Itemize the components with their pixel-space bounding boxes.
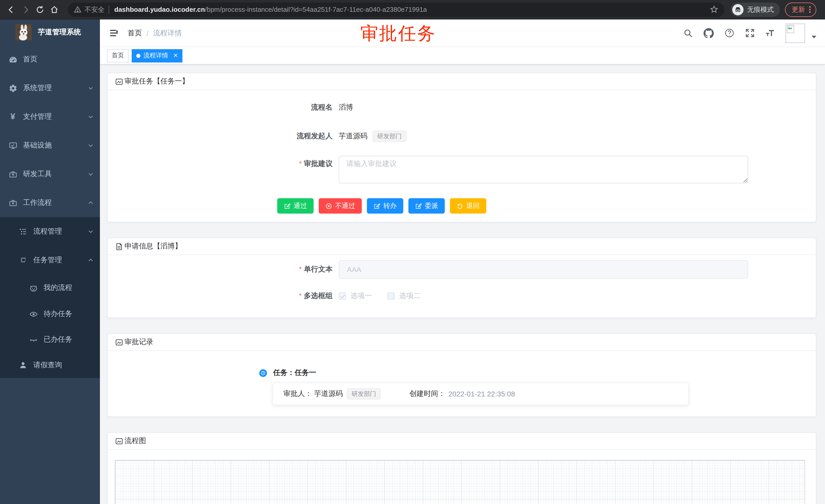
task-label: 任务：任务一 [273, 368, 316, 377]
edit-icon [284, 202, 291, 209]
sidebar-item-workflow[interactable]: 工作流程 [0, 188, 100, 217]
browser-menu-icon[interactable] [809, 6, 811, 13]
sidebar-item-label: 研发工具 [23, 170, 88, 179]
application-info-card: 申请信息【滔博】 单行文本 AAA 多选框组 选项一 [107, 238, 816, 318]
face-icon [29, 283, 38, 292]
tag-label: 首页 [112, 51, 124, 60]
incognito-icon [732, 4, 744, 15]
update-button[interactable]: 更新 [785, 2, 816, 17]
navbar: 首页 / 流程详情 [100, 19, 825, 47]
sidebar-item-label: 首页 [23, 55, 94, 64]
sidebar-item-devtools[interactable]: 研发工具 [0, 160, 100, 188]
sidebar-item-home[interactable]: 首页 [0, 45, 100, 74]
advice-textarea[interactable] [339, 156, 748, 183]
chevron-up-icon [88, 257, 94, 263]
sidebar-item-task-mgmt[interactable]: 任务管理 [0, 246, 100, 274]
incognito-label: 无痕模式 [747, 5, 774, 14]
circle-x-icon [325, 202, 332, 209]
sidebar-item-pay[interactable]: ¥ 支付管理 [0, 102, 100, 131]
reload-icon[interactable] [33, 2, 47, 17]
checkbox-option-2: 选项二 [387, 291, 421, 301]
sidebar-item-leave-query[interactable]: 请假查询 [0, 352, 100, 378]
security-label[interactable]: 不安全 [85, 5, 104, 14]
sidebar-item-my-process[interactable]: 我的流程 [0, 274, 100, 301]
checkbox-unchecked-icon [387, 292, 394, 300]
sidebar-item-label: 基础设施 [23, 141, 88, 150]
branch-tree-icon [18, 256, 28, 265]
bpmn-canvas[interactable] [115, 460, 805, 504]
sidebar-item-label: 我的流程 [44, 283, 94, 292]
initiator-value: 芋道源码 [339, 132, 367, 141]
app-title: 芋道管理系统 [38, 28, 81, 37]
chevron-down-icon [88, 171, 94, 177]
approval-task-card: 审批任务【任务一】 流程名 滔博 流程发起人 芋道源码 研发部门 [107, 73, 816, 222]
transfer-button[interactable]: 转办 [367, 198, 403, 214]
back-icon[interactable] [4, 2, 18, 17]
sidebar-logo[interactable]: 芋道管理系统 [0, 19, 100, 45]
bookmark-star-icon[interactable] [710, 5, 719, 14]
screen: 不安全 dashboard.yudao.iocoder.cn /bpm/proc… [0, 0, 825, 504]
search-icon[interactable] [683, 28, 693, 38]
record-detail-box: 审批人： 芋道源码 研发部门 创建时间： 2022-01-21 22:35:08 [273, 383, 689, 405]
card-title: 审批记录 [125, 338, 153, 347]
created-label: 创建时间： [409, 389, 445, 399]
sidebar-item-process-mgmt[interactable]: 流程管理 [0, 217, 100, 246]
sidebar-item-label: 工作流程 [23, 198, 88, 207]
eye-closed-icon [29, 335, 38, 344]
sidebar-item-label: 系统管理 [23, 83, 88, 93]
update-label[interactable]: 更新 [792, 5, 805, 14]
font-size-icon[interactable] [765, 28, 775, 38]
created-time: 2022-01-21 22:35:08 [448, 390, 515, 398]
help-icon[interactable] [724, 28, 734, 38]
timeline-item: 任务：任务一 [107, 368, 816, 377]
workflow-submenu: 流程管理 任务管理 [0, 217, 100, 378]
chevron-down-icon [88, 142, 94, 149]
github-icon[interactable] [703, 28, 714, 38]
process-name-row: 流程名 滔博 [107, 97, 816, 118]
monitor-check-icon [8, 141, 17, 150]
avatar-caret-icon[interactable] [811, 34, 817, 39]
address-bar[interactable]: 不安全 dashboard.yudao.iocoder.cn /bpm/proc… [68, 2, 725, 17]
logo-rabbit-image [15, 24, 32, 40]
page-content: 审批任务【任务一】 流程名 滔博 流程发起人 芋道源码 研发部门 [100, 65, 825, 504]
tag-home[interactable]: 首页 [107, 49, 129, 62]
eye-open-icon [29, 309, 38, 319]
forward-icon[interactable] [18, 2, 33, 17]
sidebar-item-done-tasks[interactable]: 已办任务 [0, 327, 100, 352]
security-warning-icon[interactable] [74, 6, 81, 13]
delegate-button[interactable]: 委派 [408, 198, 445, 214]
close-icon[interactable]: ✕ [173, 52, 178, 59]
sidebar-item-system[interactable]: 系统管理 [0, 74, 100, 102]
card-header: 审批记录 [107, 334, 816, 351]
reject-button[interactable]: 不通过 [319, 198, 362, 214]
return-button[interactable]: 退回 [450, 198, 486, 214]
avatar[interactable] [785, 23, 805, 43]
advice-label: 审批建议 [277, 156, 339, 171]
tree-list-icon [18, 227, 28, 236]
tag-process-detail[interactable]: 流程详情 ✕ [132, 49, 182, 62]
workflow-briefcase-icon [8, 198, 17, 207]
home-icon[interactable] [47, 2, 62, 17]
chevron-up-icon [88, 200, 94, 206]
hamburger-icon[interactable] [108, 27, 120, 39]
sidebar-item-infra[interactable]: 基础设施 [0, 131, 100, 160]
yen-icon: ¥ [8, 112, 17, 121]
breadcrumb: 首页 / 流程详情 [128, 28, 182, 37]
picture-card-icon [115, 437, 123, 445]
approve-button[interactable]: 通过 [277, 198, 314, 214]
briefcase-icon [8, 170, 17, 179]
breadcrumb-home[interactable]: 首页 [128, 28, 142, 37]
sidebar-item-todo-tasks[interactable]: 待办任务 [0, 301, 100, 327]
single-text-row: 单行文本 AAA [107, 260, 816, 279]
fullscreen-icon[interactable] [745, 28, 755, 38]
edit-icon [374, 202, 380, 209]
url-path[interactable]: /bpm/process-instance/detail?id=54aa251f… [205, 6, 710, 13]
gear-icon [8, 83, 17, 93]
sidebar: 芋道管理系统 首页 系统管理 ¥ 支付管理 [0, 19, 100, 504]
dashboard-icon [8, 55, 17, 64]
initiator-label: 流程发起人 [277, 132, 339, 141]
rotate-left-icon [457, 202, 463, 209]
url-host[interactable]: dashboard.yudao.iocoder.cn [114, 6, 205, 13]
assignee-value: 芋道源码 [314, 389, 343, 399]
chevron-down-icon [88, 229, 94, 235]
